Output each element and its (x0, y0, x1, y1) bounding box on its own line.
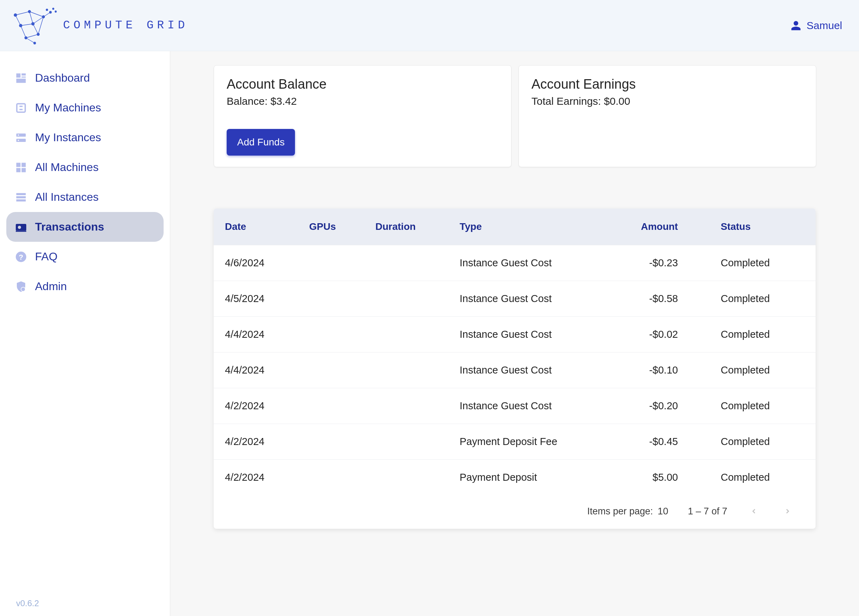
sidebar-item-all-machines[interactable]: All Machines (6, 152, 164, 182)
table-cell: 4/4/2024 (214, 317, 298, 352)
prev-page-button[interactable] (747, 504, 761, 518)
svg-line-10 (38, 17, 44, 34)
table-row[interactable]: 4/2/2024Payment Deposit Fee-$0.45Complet… (214, 424, 815, 460)
col-duration[interactable]: Duration (364, 208, 448, 245)
table-cell: Completed (689, 424, 815, 460)
table-cell: Completed (689, 388, 815, 424)
table-cell: 4/5/2024 (214, 281, 298, 317)
svg-point-19 (37, 33, 40, 35)
sidebar-item-my-instances[interactable]: My Instances (6, 123, 164, 152)
table-cell: Instance Guest Cost (448, 317, 605, 352)
table-cell (364, 388, 448, 424)
payment-icon (15, 221, 27, 233)
svg-point-15 (49, 11, 52, 13)
svg-rect-39 (16, 193, 26, 195)
table-row[interactable]: 4/2/2024Payment Deposit$5.00Completed (214, 460, 815, 496)
svg-rect-25 (22, 73, 26, 75)
brand-text: COMPUTE GRID (63, 19, 189, 32)
table-row[interactable]: 4/4/2024Instance Guest Cost-$0.02Complet… (214, 317, 815, 352)
user-menu[interactable]: Samuel (790, 20, 842, 31)
table-cell: Instance Guest Cost (448, 281, 605, 317)
svg-text:?: ? (19, 253, 23, 261)
add-funds-button[interactable]: Add Funds (226, 129, 295, 156)
svg-rect-35 (16, 163, 21, 167)
table-cell: Payment Deposit Fee (448, 424, 605, 460)
brand-block[interactable]: COMPUTE GRID (8, 5, 189, 47)
table-cell: 4/2/2024 (214, 388, 298, 424)
table-row[interactable]: 4/6/2024Instance Guest Cost-$0.23Complet… (214, 245, 815, 281)
table-row[interactable]: 4/4/2024Instance Guest Cost-$0.10Complet… (214, 352, 815, 388)
table-cell: -$0.20 (605, 388, 689, 424)
table-cell (364, 352, 448, 388)
dashboard-icon (15, 72, 27, 84)
sidebar-item-faq[interactable]: ? FAQ (6, 242, 164, 272)
svg-line-3 (16, 15, 21, 26)
next-page-button[interactable] (781, 504, 795, 518)
sidebar-item-my-machines[interactable]: My Machines (6, 93, 164, 123)
svg-line-8 (33, 24, 38, 34)
table-row[interactable]: 4/5/2024Instance Guest Cost-$0.58Complet… (214, 281, 815, 317)
table-cell (298, 245, 364, 281)
col-amount[interactable]: Amount (605, 208, 689, 245)
col-status[interactable]: Status (689, 208, 815, 245)
grid-icon (15, 161, 27, 174)
earnings-value: Total Earnings: $0.00 (531, 95, 803, 107)
person-icon (790, 20, 801, 31)
svg-line-0 (16, 12, 30, 15)
items-per-page[interactable]: Items per page: 10 (587, 506, 668, 517)
svg-rect-27 (16, 78, 26, 83)
chevron-right-icon (784, 507, 791, 515)
svg-rect-31 (16, 133, 26, 137)
table-cell (298, 460, 364, 496)
table-cell: -$0.02 (605, 317, 689, 352)
table-cell (364, 460, 448, 496)
svg-point-33 (18, 134, 19, 136)
list-icon (15, 191, 27, 203)
sidebar-item-all-instances[interactable]: All Instances (6, 182, 164, 212)
earnings-card: Account Earnings Total Earnings: $0.00 (519, 65, 816, 167)
svg-rect-26 (22, 77, 26, 77)
table-cell (298, 317, 364, 352)
balance-card: Account Balance Balance: $3.42 Add Funds (214, 65, 511, 167)
table-cell (364, 245, 448, 281)
server-icon (15, 131, 27, 144)
sidebar-item-transactions[interactable]: Transactions (6, 212, 164, 242)
svg-point-34 (18, 139, 19, 141)
balance-title: Account Balance (226, 77, 498, 92)
svg-rect-44 (16, 231, 26, 231)
svg-rect-41 (16, 199, 26, 202)
table-cell: -$0.58 (605, 281, 689, 317)
svg-point-43 (18, 226, 21, 229)
transactions-table: Date GPUs Duration Type Amount Status 4/… (214, 208, 815, 529)
brain-network-icon (8, 5, 58, 47)
sidebar-item-label: Transactions (35, 220, 104, 233)
svg-point-16 (19, 24, 22, 27)
table-row[interactable]: 4/2/2024Instance Guest Cost-$0.20Complet… (214, 388, 815, 424)
svg-point-20 (34, 42, 36, 44)
svg-rect-40 (16, 196, 26, 199)
sidebar-item-label: My Instances (35, 131, 101, 144)
sidebar-item-label: All Machines (35, 161, 98, 174)
earnings-title: Account Earnings (531, 77, 803, 92)
table-cell: Completed (689, 245, 815, 281)
table-cell: 4/6/2024 (214, 245, 298, 281)
svg-rect-32 (16, 139, 26, 142)
svg-rect-28 (17, 104, 25, 112)
col-type[interactable]: Type (448, 208, 605, 245)
table-cell: 4/2/2024 (214, 424, 298, 460)
table-cell: Completed (689, 460, 815, 496)
page-range: 1 – 7 of 7 (688, 506, 727, 517)
col-date[interactable]: Date (214, 208, 298, 245)
sidebar: Dashboard My Machines My Instances All M… (0, 51, 170, 616)
table-cell (364, 317, 448, 352)
table-cell (364, 281, 448, 317)
sidebar-item-admin[interactable]: Admin (6, 272, 164, 301)
svg-rect-24 (16, 73, 21, 77)
svg-line-4 (21, 24, 33, 26)
table-cell: Instance Guest Cost (448, 388, 605, 424)
app-header: COMPUTE GRID Samuel (0, 0, 859, 51)
svg-line-7 (26, 34, 38, 38)
col-gpus[interactable]: GPUs (298, 208, 364, 245)
sidebar-item-dashboard[interactable]: Dashboard (6, 63, 164, 93)
table-cell (298, 281, 364, 317)
